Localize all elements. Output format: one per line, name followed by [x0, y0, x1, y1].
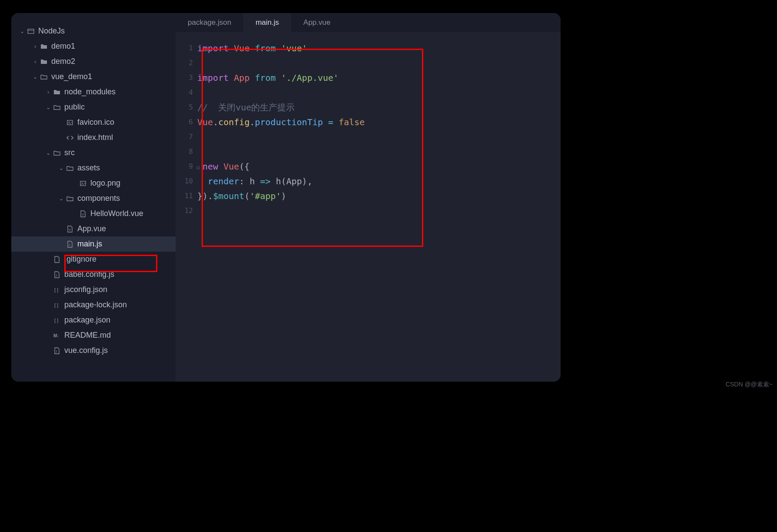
tree-item-label: App.vue	[77, 224, 106, 233]
tree-item-src[interactable]: ⌄src	[11, 145, 176, 160]
tree-item-label: jsconfig.json	[64, 285, 107, 294]
code-icon	[65, 134, 75, 141]
file-tree[interactable]: ⌄NodeJs›demo1›demo2⌄vue_demo1›node_modul…	[11, 13, 176, 382]
code-line[interactable]: render: h => h(App),	[197, 174, 561, 189]
token-fn: productionTip	[255, 117, 323, 127]
tree-item-label: vue_demo1	[51, 72, 92, 81]
image-icon	[65, 119, 75, 126]
tree-item-label: package-lock.json	[64, 300, 127, 309]
tree-item-HelloWorld-vue[interactable]: HelloWorld.vue	[11, 206, 176, 221]
code-content[interactable]: import Vue from 'vue'import App from './…	[197, 41, 561, 382]
chevron-down-icon[interactable]: ⌄	[44, 150, 52, 156]
tab-label: App.vue	[303, 18, 330, 27]
token-pn: ({	[239, 161, 249, 172]
tree-item-demo2[interactable]: ›demo2	[11, 54, 176, 69]
code-line[interactable]: import Vue from 'vue'	[197, 41, 561, 56]
folder-open-icon	[39, 73, 49, 80]
token-pn	[333, 117, 339, 127]
line-number: 4	[176, 85, 193, 100]
tree-item-node_modules[interactable]: ›node_modules	[11, 84, 176, 100]
tree-item-label: .gitignore	[64, 255, 96, 264]
tree-item-App-vue[interactable]: App.vue	[11, 221, 176, 236]
chevron-down-icon[interactable]: ⌄	[57, 165, 65, 171]
token-str: './App.vue'	[281, 73, 339, 83]
line-number: 7	[176, 130, 193, 144]
tree-item-logo-png[interactable]: logo.png	[11, 176, 176, 191]
tree-item-label: vue.config.js	[64, 346, 108, 355]
code-line[interactable]: ⊟new Vue({	[197, 159, 561, 174]
vue-icon	[65, 226, 75, 233]
line-number: 1	[176, 41, 193, 56]
tree-item-jsconfig-json[interactable]: jsconfig.json	[11, 282, 176, 297]
chevron-down-icon[interactable]: ⌄	[57, 196, 65, 202]
tree-item-label: src	[64, 148, 75, 157]
tree-item-label: main.js	[77, 239, 102, 249]
tree-item-vue_demo1[interactable]: ⌄vue_demo1	[11, 69, 176, 84]
tree-item-NodeJs[interactable]: ⌄NodeJs	[11, 23, 176, 39]
tree-item-label: public	[64, 103, 85, 112]
code-area[interactable]: 123456789101112 import Vue from 'vue'imp…	[176, 32, 561, 382]
tree-item-babel-config-js[interactable]: babel.config.js	[11, 267, 176, 282]
chevron-right-icon[interactable]: ›	[31, 43, 39, 50]
tree-item-label: HelloWorld.vue	[90, 209, 143, 218]
folder-open-icon	[65, 165, 75, 172]
tree-item-label: package.json	[64, 316, 110, 325]
chevron-down-icon[interactable]: ⌄	[31, 74, 39, 80]
code-line[interactable]: // 关闭vue的生产提示	[197, 100, 561, 115]
tree-item-label: NodeJs	[38, 27, 65, 36]
tree-item-label: README.md	[64, 331, 111, 340]
tree-item-demo1[interactable]: ›demo1	[11, 39, 176, 54]
code-line[interactable]	[197, 85, 561, 100]
token-from: from	[255, 43, 281, 53]
tab-package-json[interactable]: package.json	[176, 13, 243, 32]
code-line[interactable]	[197, 130, 561, 144]
tree-item-vue-config-js[interactable]: vue.config.js	[11, 343, 176, 358]
code-line[interactable]	[197, 203, 561, 218]
code-line[interactable]	[197, 56, 561, 70]
token-pn: : h	[239, 176, 260, 186]
tab-label: package.json	[188, 18, 231, 27]
token-pn: )	[281, 191, 286, 201]
json-icon	[52, 302, 62, 309]
tree-item-label: index.html	[77, 133, 113, 142]
tree-item-README-md[interactable]: README.md	[11, 328, 176, 343]
fold-icon[interactable]: ⊟	[196, 160, 201, 175]
tree-item--gitignore[interactable]: .gitignore	[11, 252, 176, 267]
tab-App-vue[interactable]: App.vue	[291, 13, 342, 32]
tree-item-index-html[interactable]: index.html	[11, 130, 176, 145]
folder-open-icon	[52, 150, 62, 156]
token-op: =>	[260, 176, 271, 186]
tab-main-js[interactable]: main.js	[243, 13, 291, 32]
token-prop: config	[218, 117, 249, 127]
tree-item-favicon-ico[interactable]: favicon.ico	[11, 115, 176, 130]
code-line[interactable]: }).$mount('#app')	[197, 189, 561, 203]
line-gutter: 123456789101112	[176, 41, 197, 382]
tree-item-label: favicon.ico	[77, 118, 114, 127]
tree-item-assets[interactable]: ⌄assets	[11, 160, 176, 176]
code-line[interactable]	[197, 144, 561, 159]
tree-item-package-lock-json[interactable]: package-lock.json	[11, 297, 176, 313]
token-cls: Vue	[197, 117, 213, 127]
line-number: 12	[176, 203, 193, 218]
folder-icon	[39, 43, 49, 50]
tree-item-package-json[interactable]: package.json	[11, 313, 176, 328]
chevron-down-icon[interactable]: ⌄	[44, 104, 52, 110]
tree-item-public[interactable]: ⌄public	[11, 100, 176, 115]
md-icon	[52, 332, 62, 339]
chevron-right-icon[interactable]: ›	[44, 89, 52, 95]
code-line[interactable]: import App from './App.vue'	[197, 70, 561, 85]
token-pn: (	[244, 191, 249, 201]
tree-item-label: node_modules	[64, 87, 116, 96]
chevron-right-icon[interactable]: ›	[31, 59, 39, 65]
tab-bar: package.jsonmain.jsApp.vue	[176, 13, 561, 32]
token-pn: }).	[197, 191, 213, 201]
line-number: 6	[176, 115, 193, 130]
line-number: 10	[176, 174, 193, 189]
tree-item-label: components	[77, 194, 120, 203]
chevron-down-icon[interactable]: ⌄	[18, 28, 26, 34]
folder-icon	[52, 89, 62, 96]
code-line[interactable]: Vue.config.productionTip = false	[197, 115, 561, 130]
tree-item-components[interactable]: ⌄components	[11, 191, 176, 206]
tree-item-main-js[interactable]: main.js	[11, 236, 176, 252]
token-from: from	[255, 73, 281, 83]
